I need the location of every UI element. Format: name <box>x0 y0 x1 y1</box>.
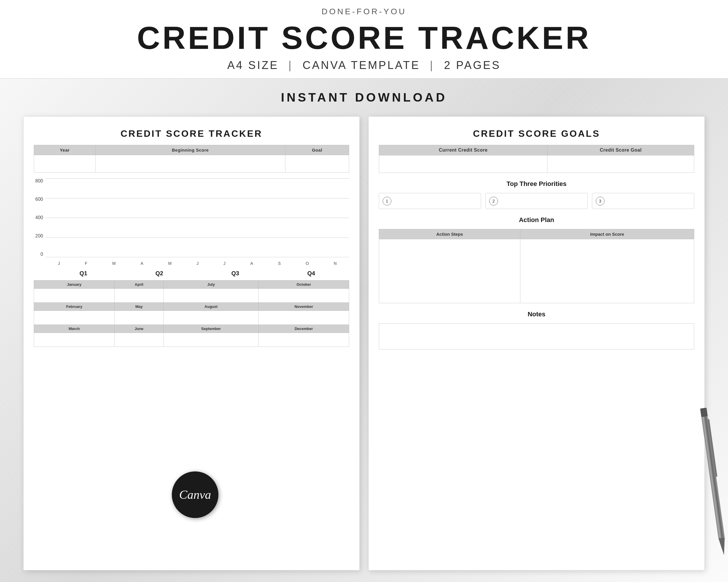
beginning-score-cell[interactable] <box>96 155 285 172</box>
x-label-a1: A <box>141 261 143 266</box>
jun-cell[interactable] <box>114 333 163 347</box>
priority-number-1: 1 <box>383 197 391 205</box>
credit-goal-cell[interactable] <box>547 156 694 173</box>
chart-y-axis: 800 600 400 200 0 <box>34 178 46 257</box>
chart-container: 800 600 400 200 0 J F M A M J J <box>34 178 349 266</box>
month-nov-header: November <box>259 303 349 311</box>
month-feb-header: February <box>34 303 115 311</box>
nov-cell[interactable] <box>259 311 349 325</box>
quarter-q3: Q3 <box>198 270 274 277</box>
page1-title: CREDIT SCORE TRACKER <box>34 128 349 139</box>
month-jan-header: January <box>34 280 115 289</box>
x-label-j1: J <box>58 261 60 266</box>
page2-title: CREDIT SCORE GOALS <box>379 128 694 139</box>
y-label-600: 600 <box>35 197 43 202</box>
action-plan-table: Action Steps Impact on Score <box>379 229 694 303</box>
quarters-row: Q1 Q2 Q3 Q4 <box>46 270 349 277</box>
subtitle-size: A4 SIZE <box>228 59 279 71</box>
grid-line-600 <box>46 198 349 198</box>
pages-container: CREDIT SCORE TRACKER Year Beginning Scor… <box>23 116 705 570</box>
month-aug-header: August <box>164 303 259 311</box>
action-plan-heading: Action Plan <box>379 216 694 224</box>
separator-2: | <box>430 59 434 71</box>
goal-header: Goal <box>285 145 349 155</box>
credit-goal-header: Credit Score Goal <box>547 145 694 156</box>
instant-download-text: INSTANT DOWNLOAD <box>281 90 447 105</box>
chart-x-labels: J F M A M J J A S O N <box>46 261 349 266</box>
notes-heading: Notes <box>379 310 694 318</box>
mar-cell[interactable] <box>34 333 115 347</box>
subtitle-template: CANVA TEMPLATE <box>303 59 420 71</box>
oct-cell[interactable] <box>259 289 349 303</box>
feb-cell[interactable] <box>34 311 115 325</box>
x-label-a2: A <box>251 261 253 266</box>
y-label-800: 800 <box>35 178 43 184</box>
quarter-q1: Q1 <box>46 270 122 277</box>
pen-top <box>700 408 708 417</box>
current-score-cell[interactable] <box>379 156 547 173</box>
jan-cell[interactable] <box>34 289 115 303</box>
y-label-400: 400 <box>35 215 43 220</box>
month-mar-header: March <box>34 325 115 333</box>
monthly-table: January April July October February May <box>34 280 349 347</box>
main-title: CREDIT SCORE TRACKER <box>137 19 591 56</box>
done-for-you-label: DONE-FOR-YOU <box>321 7 406 16</box>
priority-box-3[interactable]: 3 <box>592 193 694 209</box>
subtitle: A4 SIZE | CANVA TEMPLATE | 2 PAGES <box>228 59 501 72</box>
quarter-q2: Q2 <box>122 270 198 277</box>
current-score-header: Current Credit Score <box>379 145 547 156</box>
action-steps-header: Action Steps <box>379 229 520 239</box>
canva-text: Canva <box>179 488 211 502</box>
tracker-header-table: Year Beginning Score Goal <box>34 145 349 172</box>
x-label-s: S <box>278 261 281 266</box>
aug-cell[interactable] <box>164 311 259 325</box>
top-banner: DONE-FOR-YOU CREDIT SCORE TRACKER A4 SIZ… <box>0 0 728 79</box>
action-steps-cell[interactable] <box>379 239 520 303</box>
jul-cell[interactable] <box>164 289 259 303</box>
subtitle-pages: 2 PAGES <box>444 59 501 71</box>
table-row <box>34 311 349 325</box>
notes-box[interactable] <box>379 323 694 350</box>
grid-line-200 <box>46 238 349 238</box>
beginning-score-header: Beginning Score <box>96 145 285 155</box>
notes-section: Notes <box>379 310 694 350</box>
x-label-j2: J <box>197 261 199 266</box>
x-label-n: N <box>334 261 337 266</box>
quarter-q4: Q4 <box>273 270 349 277</box>
impact-score-cell[interactable] <box>520 239 694 303</box>
apr-cell[interactable] <box>114 289 163 303</box>
may-cell[interactable] <box>114 311 163 325</box>
month-oct-header: October <box>259 280 349 289</box>
sep-cell[interactable] <box>164 333 259 347</box>
x-label-f: F <box>85 261 87 266</box>
page-2-goals: CREDIT SCORE GOALS Current Credit Score … <box>368 116 705 570</box>
priorities-row: 1 2 3 <box>379 193 694 209</box>
grid-line-800 <box>46 178 349 179</box>
grid-line-400 <box>46 218 349 218</box>
goal-cell[interactable] <box>285 155 349 172</box>
table-row <box>34 333 349 347</box>
x-label-m1: M <box>112 261 115 266</box>
dec-cell[interactable] <box>259 333 349 347</box>
table-row <box>34 289 349 303</box>
y-label-0: 0 <box>41 252 43 257</box>
year-header: Year <box>34 145 96 155</box>
year-cell[interactable] <box>34 155 96 172</box>
instant-download-section: INSTANT DOWNLOAD <box>0 79 728 116</box>
priority-box-2[interactable]: 2 <box>486 193 588 209</box>
goals-header-table: Current Credit Score Credit Score Goal <box>379 145 694 173</box>
priority-number-3: 3 <box>596 197 604 205</box>
x-label-m2: M <box>168 261 172 266</box>
priority-box-1[interactable]: 1 <box>379 193 481 209</box>
month-may-header: May <box>114 303 163 311</box>
month-dec-header: December <box>259 325 349 333</box>
impact-on-score-header: Impact on Score <box>520 229 694 239</box>
priority-number-2: 2 <box>489 197 498 205</box>
separator-1: | <box>289 59 293 71</box>
month-apr-header: April <box>114 280 163 289</box>
x-label-o: O <box>306 261 309 266</box>
canva-badge: Canva <box>172 471 218 518</box>
y-label-200: 200 <box>35 233 43 239</box>
month-jul-header: July <box>164 280 259 289</box>
chart-area <box>46 178 349 257</box>
